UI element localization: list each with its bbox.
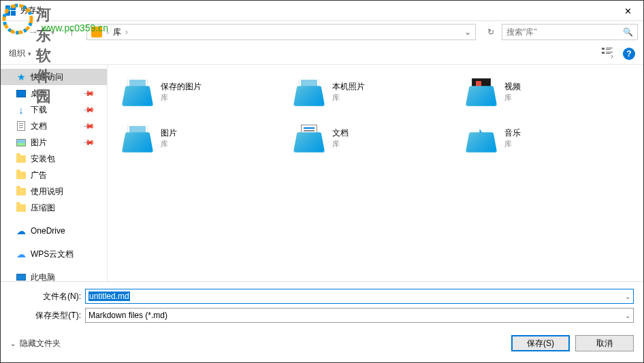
sidebar-item-label: 安装包 — [31, 153, 55, 165]
pin-icon: 📌 — [82, 103, 95, 116]
library-music-icon: ♪ — [465, 125, 498, 152]
breadcrumb[interactable]: › 库 › ⌄ — [86, 24, 476, 40]
filename-field[interactable]: untitled.md ⌄ — [85, 289, 634, 304]
library-item[interactable]: ♪音乐库 — [465, 122, 630, 155]
navbar: ← → ▾ ↑ › 库 › ⌄ ↻ 🔍 — [1, 21, 643, 43]
close-button[interactable]: ✕ — [613, 1, 643, 21]
item-sub: 库 — [332, 139, 349, 149]
organize-button[interactable]: 组织▾ — [9, 48, 31, 59]
refresh-button[interactable]: ↻ — [483, 24, 499, 40]
nav-forward-button[interactable]: → — [25, 24, 42, 40]
view-button[interactable] — [601, 46, 613, 61]
item-name: 本机照片 — [332, 81, 365, 93]
nav-back-button[interactable]: ← — [6, 24, 22, 40]
pin-icon: 📌 — [82, 119, 95, 132]
library-item[interactable]: 保存的图片库 — [121, 76, 286, 108]
content-area[interactable]: 保存的图片库本机照片库视频库图片库文档库♪音乐库 — [108, 65, 643, 281]
cancel-button[interactable]: 取消 — [575, 335, 634, 351]
sidebar: ★快速访问桌面📌↓下载📌文档📌图片📌安装包广告使用说明压缩图☁OneDrive☁… — [1, 65, 108, 281]
library-pic-icon — [121, 125, 154, 152]
window-title: 另存为 — [20, 5, 44, 16]
library-item[interactable]: 本机照片库 — [293, 76, 457, 108]
sidebar-item-label: 桌面 — [31, 88, 47, 99]
pin-icon: 📌 — [82, 136, 95, 148]
sidebar-item-label: 下载 — [31, 104, 47, 116]
search-box[interactable]: 🔍 — [502, 24, 638, 40]
item-sub: 库 — [504, 139, 521, 149]
filename-value[interactable]: untitled.md — [88, 291, 130, 301]
toolbar: 组织▾ ? — [1, 43, 643, 65]
item-name: 图片 — [161, 127, 177, 139]
item-sub: 库 — [504, 93, 521, 103]
library-doc-icon — [293, 125, 325, 152]
item-name: 音乐 — [504, 127, 521, 139]
sidebar-item-label: 广告 — [31, 170, 47, 181]
svg-rect-5 — [602, 52, 605, 54]
library-item[interactable]: 图片库 — [121, 122, 286, 155]
sidebar-item-label: 快速访问 — [31, 72, 63, 83]
sidebar-item-label: 此电脑 — [31, 272, 55, 282]
sidebar-item-label: 压缩图 — [31, 202, 55, 214]
library-item[interactable]: 视频库 — [465, 76, 630, 108]
sidebar-item-folder[interactable]: 压缩图 — [1, 200, 107, 216]
nav-up-button[interactable]: ↑ — [63, 24, 80, 40]
search-input[interactable] — [506, 27, 623, 37]
item-name: 视频 — [504, 81, 521, 93]
library-icon — [91, 27, 102, 37]
app-icon — [5, 5, 16, 16]
item-sub: 库 — [332, 93, 365, 103]
sidebar-item-star[interactable]: ★快速访问 — [1, 69, 107, 85]
sidebar-item-label: OneDrive — [31, 226, 65, 236]
sidebar-item-folder[interactable]: 广告 — [1, 167, 107, 183]
filename-label: 文件名(N): — [10, 291, 85, 302]
sidebar-item-folder[interactable]: 使用说明 — [1, 183, 107, 200]
sidebar-item-folder[interactable]: 安装包 — [1, 151, 107, 167]
item-sub: 库 — [161, 93, 202, 103]
sidebar-item-pic[interactable]: 图片📌 — [1, 134, 107, 151]
filetype-field[interactable]: Markdown files (*.md) ⌄ — [85, 308, 634, 323]
sidebar-item-label: 文档 — [31, 121, 47, 132]
filetype-dropdown[interactable]: ⌄ — [625, 312, 630, 319]
bottom-panel: 文件名(N): untitled.md ⌄ 保存类型(T): Markdown … — [1, 281, 643, 360]
sidebar-item-onedrive[interactable]: ☁OneDrive — [1, 223, 107, 239]
breadcrumb-sep2: › — [125, 27, 128, 37]
nav-history-dropdown[interactable]: ▾ — [44, 24, 61, 40]
svg-rect-3 — [606, 48, 613, 48]
filetype-value: Markdown files (*.md) — [88, 311, 167, 320]
svg-rect-6 — [606, 52, 613, 52]
sidebar-item-label: 图片 — [31, 137, 47, 148]
save-button[interactable]: 保存(S) — [511, 335, 570, 351]
filename-dropdown[interactable]: ⌄ — [625, 293, 630, 300]
library-pic-icon — [121, 78, 154, 106]
sidebar-item-label: 使用说明 — [31, 186, 63, 198]
library-video-icon — [465, 78, 498, 106]
filetype-label: 保存类型(T): — [10, 310, 85, 321]
svg-rect-2 — [602, 48, 605, 50]
sidebar-item-wps[interactable]: ☁WPS云文档 — [1, 246, 107, 262]
titlebar: 另存为 ✕ — [1, 1, 643, 21]
item-name: 保存的图片 — [161, 81, 202, 93]
sidebar-item-doc[interactable]: 文档📌 — [1, 118, 107, 134]
svg-rect-4 — [606, 49, 611, 50]
help-button[interactable]: ? — [623, 48, 635, 60]
pin-icon: 📌 — [82, 86, 95, 99]
item-sub: 库 — [161, 139, 177, 149]
chevron-icon: ⌄ — [10, 340, 16, 347]
breadcrumb-dropdown[interactable]: ⌄ — [464, 27, 471, 37]
hide-folders-button[interactable]: ⌄ 隐藏文件夹 — [10, 338, 61, 349]
sidebar-item-desktop[interactable]: 桌面📌 — [1, 85, 107, 101]
library-item[interactable]: 文档库 — [293, 122, 457, 155]
library-pic-icon — [293, 78, 325, 106]
sidebar-item-download[interactable]: ↓下载📌 — [1, 101, 107, 118]
sidebar-item-label: WPS云文档 — [31, 249, 74, 260]
breadcrumb-sep: › — [106, 27, 109, 37]
search-icon[interactable]: 🔍 — [623, 27, 633, 37]
svg-rect-7 — [606, 53, 611, 54]
breadcrumb-location[interactable]: 库 — [113, 27, 121, 38]
item-name: 文档 — [332, 127, 349, 139]
sidebar-item-pc[interactable]: 此电脑 — [1, 269, 107, 281]
